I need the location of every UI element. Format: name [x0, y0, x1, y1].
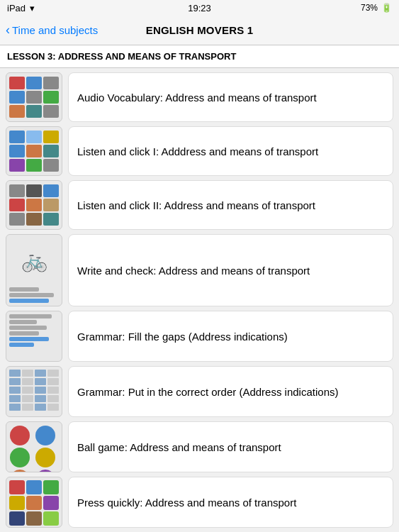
lesson-item-7[interactable]: Ball game: Address and means of transpor… — [68, 421, 393, 472]
lesson-thumbnail-6 — [6, 366, 62, 417]
list-item[interactable]: Press quickly: Address and means of tran… — [6, 477, 393, 528]
lesson-thumbnail-3 — [6, 180, 62, 230]
lesson-item-8[interactable]: Press quickly: Address and means of tran… — [68, 477, 393, 528]
nav-title: ENGLISH MOVERS 1 — [146, 24, 254, 36]
lesson-thumbnail-2 — [6, 126, 62, 176]
lesson-label: Press quickly: Address and means of tran… — [77, 495, 296, 510]
status-right: 73% 🔋 — [361, 3, 392, 13]
lesson-thumbnail-7 — [6, 421, 62, 472]
lesson-item-2[interactable]: Listen and click I: Adddress and means o… — [68, 126, 393, 176]
lesson-label: Ball game: Address and means of transpor… — [77, 440, 281, 455]
lesson-thumbnail-1 — [6, 72, 62, 122]
lesson-thumbnail-8 — [6, 477, 62, 528]
device-label: iPad — [7, 3, 26, 13]
lesson-item-6[interactable]: Grammar: Put in the correct order (Addre… — [68, 366, 393, 417]
lesson-item-4[interactable]: Write and check: Address and means of tr… — [68, 234, 393, 306]
lesson-item-5[interactable]: Grammar: Fill the gaps (Address indicati… — [68, 311, 393, 362]
back-label: Time and subjects — [12, 24, 98, 36]
wifi-icon: ▾ — [30, 3, 35, 13]
battery-icon: 🔋 — [381, 3, 392, 13]
lesson-label: Grammar: Put in the correct order (Addre… — [77, 384, 338, 399]
status-left: iPad ▾ — [7, 3, 35, 13]
nav-bar: ‹ Time and subjects ENGLISH MOVERS 1 — [0, 16, 399, 45]
list-item[interactable]: Ball game: Address and means of transpor… — [6, 421, 393, 472]
list-item[interactable]: Audio Vocabulary: Address and means of t… — [6, 72, 393, 122]
status-bar: iPad ▾ 19:23 73% 🔋 — [0, 0, 399, 16]
list-item[interactable]: 🚲Write and check: Address and means of t… — [6, 234, 393, 306]
lesson-item-1[interactable]: Audio Vocabulary: Address and means of t… — [68, 72, 393, 122]
list-item[interactable]: Grammar: Fill the gaps (Address indicati… — [6, 311, 393, 362]
lesson-thumbnail-4: 🚲 — [6, 234, 62, 306]
lesson-label: Write and check: Address and means of tr… — [77, 263, 310, 278]
list-item[interactable]: Listen and click II: Address and means o… — [6, 180, 393, 230]
chevron-left-icon: ‹ — [6, 23, 10, 38]
battery-percent: 73% — [361, 3, 378, 13]
lesson-label: Listen and click I: Adddress and means o… — [77, 144, 318, 159]
lesson-header-text: LESSON 3: ADDRESS AND MEANS OF TRANSPORT — [7, 51, 236, 62]
lesson-label: Audio Vocabulary: Address and means of t… — [77, 90, 317, 105]
lesson-label: Listen and click II: Address and means o… — [77, 198, 315, 213]
list-item[interactable]: Listen and click I: Adddress and means o… — [6, 126, 393, 176]
status-time: 19:23 — [188, 3, 211, 13]
main-content: Audio Vocabulary: Address and means of t… — [0, 68, 399, 532]
back-button[interactable]: ‹ Time and subjects — [6, 23, 98, 38]
lesson-thumbnail-5 — [6, 311, 62, 362]
lesson-header: LESSON 3: ADDRESS AND MEANS OF TRANSPORT — [0, 45, 399, 68]
lesson-label: Grammar: Fill the gaps (Address indicati… — [77, 329, 288, 344]
list-item[interactable]: Grammar: Put in the correct order (Addre… — [6, 366, 393, 417]
lesson-item-3[interactable]: Listen and click II: Address and means o… — [68, 180, 393, 230]
